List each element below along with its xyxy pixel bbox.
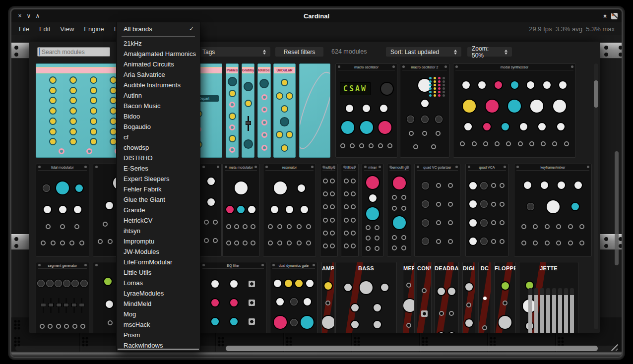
- jack: [330, 231, 335, 236]
- menu-view[interactable]: View: [60, 25, 74, 33]
- module-flopper[interactable]: FLOPPER: [494, 262, 516, 333]
- brand-item-fehler-fabrik[interactable]: Fehler Fabrik: [117, 184, 200, 194]
- module-grabby[interactable]: Grabby: [242, 63, 254, 158]
- brand-item-all[interactable]: All brands ✓: [117, 22, 200, 34]
- knob: [508, 100, 521, 113]
- app-tray-icon[interactable]: [611, 13, 618, 19]
- module-mera[interactable]: MERA: [403, 262, 415, 333]
- module-mixer[interactable]: mixer: [362, 164, 383, 257]
- module-modal-synthesizer[interactable]: modal synthesizer: [453, 63, 576, 158]
- brand-item-little-utils[interactable]: Little Utils: [117, 267, 200, 278]
- module-eq-filter[interactable]: EQ filter: [200, 262, 266, 333]
- knob: [448, 288, 455, 295]
- module-jette[interactable]: JETTE: [519, 262, 578, 333]
- brand-item-animated-circuits[interactable]: Animated Circuits: [117, 59, 200, 69]
- brand-item-amalgamated-harmonics[interactable]: Amalgamated Harmonics: [117, 49, 200, 59]
- knob: [559, 81, 567, 89]
- module-title: segment generator: [38, 262, 87, 269]
- knob: [360, 121, 373, 134]
- module-rotatoes[interactable]: Rotatoes: [257, 63, 271, 158]
- jack: [579, 224, 584, 229]
- module-panel: [466, 171, 508, 256]
- brand-item-prism[interactable]: Prism: [117, 330, 200, 340]
- brand-item-expert-sleepers[interactable]: Expert Sleepers: [117, 174, 200, 184]
- knob: [486, 100, 499, 113]
- rack-horizontal-scrollbar[interactable]: [226, 346, 598, 351]
- jack: [533, 224, 538, 229]
- jack: [545, 224, 550, 229]
- knob: [478, 81, 486, 89]
- brand-filter-menu: All brands ✓ 21kHzAmalgamated HarmonicsA…: [116, 22, 200, 352]
- knob: [90, 76, 97, 84]
- module-panel: [387, 171, 411, 256]
- brand-item-autinn[interactable]: Autinn: [117, 90, 200, 101]
- brand-item-jw-modules[interactable]: JW-Modules: [117, 246, 200, 257]
- jack: [500, 183, 505, 188]
- module-utilities[interactable]: utilities: [341, 164, 359, 257]
- module-macro-oscillator[interactable]: macro oscillatorCSAW: [335, 63, 397, 158]
- module-bernoulli-gate[interactable]: bernoulli gate: [387, 164, 411, 257]
- module-keyframer-mixer[interactable]: keyframer/mixer: [514, 164, 592, 257]
- brand-item-hetrickcv[interactable]: HetrickCV: [117, 215, 200, 226]
- menu-edit[interactable]: Edit: [39, 25, 50, 33]
- brand-item-mschack[interactable]: mscHack: [117, 319, 200, 330]
- brand-item-audible-instruments[interactable]: Audible Instruments: [117, 80, 200, 90]
- knob: [558, 182, 565, 189]
- module-bass[interactable]: BASS: [335, 262, 397, 333]
- brand-item-lomas[interactable]: Lomas: [117, 278, 200, 288]
- brand-item-ihtsyn[interactable]: ihtsyn: [117, 226, 200, 236]
- brand-item-mog[interactable]: Mog: [117, 309, 200, 319]
- module-pokies[interactable]: Pokies: [226, 63, 239, 158]
- browser-scrollbar[interactable]: [594, 80, 598, 108]
- brand-item-mindmeld[interactable]: MindMeld: [117, 299, 200, 309]
- jack: [491, 239, 496, 244]
- jack: [243, 241, 248, 245]
- module-digi[interactable]: DIGI: [462, 262, 475, 333]
- module-dual-dynamics-gate[interactable]: dual dynamics gate: [270, 262, 317, 333]
- jack: [323, 179, 328, 183]
- module-macro-oscillator-2[interactable]: macro oscillator 2: [400, 63, 449, 158]
- brand-item-chowdsp[interactable]: chowdsp: [117, 142, 200, 153]
- brand-item-bidoo[interactable]: Bidoo: [117, 111, 200, 121]
- module-aria-art[interactable]: [299, 63, 330, 158]
- brand-item-e-series[interactable]: E-Series: [117, 163, 200, 174]
- brand-item-cf[interactable]: cf: [117, 132, 200, 142]
- module-title: quad VCA: [468, 164, 506, 171]
- menu-file[interactable]: File: [19, 25, 29, 33]
- module-segment-generator[interactable]: segment generator: [36, 262, 89, 333]
- menu-scrollbar[interactable]: [118, 349, 199, 350]
- brand-item-impromptu[interactable]: Impromptu: [117, 236, 200, 246]
- collapse-icon[interactable]: «: [602, 14, 609, 17]
- module-amp[interactable]: AMP: [321, 262, 334, 333]
- brand-item-21khz[interactable]: 21kHz: [117, 38, 200, 49]
- module-dc[interactable]: DC: [478, 262, 491, 333]
- brand-item-lifeformmodular[interactable]: LifeFormModular: [117, 257, 200, 267]
- module-conv[interactable]: CONV: [417, 262, 432, 333]
- rack-vertical-scrollbar[interactable]: [615, 151, 619, 265]
- module-panel: [36, 269, 89, 333]
- brand-item-glue-the-giant[interactable]: Glue the Giant: [117, 194, 200, 205]
- window-bottom-frame: [11, 352, 622, 357]
- brand-item-grande[interactable]: Grande: [117, 205, 200, 215]
- module-undular[interactable]: UnDuLaR: [273, 63, 296, 158]
- brand-item-distrho[interactable]: DISTRHO: [117, 153, 200, 163]
- module-tidal-modulator[interactable]: tidal modulator: [36, 164, 89, 257]
- jack: [500, 239, 505, 244]
- module-row2-d[interactable]: [200, 164, 222, 257]
- module-resonator[interactable]: resonator: [263, 164, 316, 257]
- brand-item-bacon-music[interactable]: Bacon Music: [117, 101, 200, 111]
- module-multiples[interactable]: multiples: [320, 164, 338, 257]
- knob: [80, 280, 88, 287]
- brand-item-bogaudio[interactable]: Bogaudio: [117, 121, 200, 132]
- module-quad-vca[interactable]: quad VCA: [465, 164, 508, 257]
- brand-item-aria-salvatrice[interactable]: Aria Salvatrice: [117, 69, 200, 80]
- slider: [43, 298, 44, 313]
- module-meta-modulator[interactable]: meta modulator: [222, 164, 259, 257]
- knob: [229, 124, 235, 130]
- module-deadband[interactable]: DEADBAND: [434, 262, 459, 333]
- knob: [261, 145, 267, 151]
- jack: [466, 303, 471, 307]
- module-quad-vc-polarizer[interactable]: quad VC-polarizer: [414, 164, 460, 257]
- menu-engine[interactable]: Engine: [84, 25, 104, 33]
- brand-item-lyraemodules[interactable]: LyraeModules: [117, 288, 200, 299]
